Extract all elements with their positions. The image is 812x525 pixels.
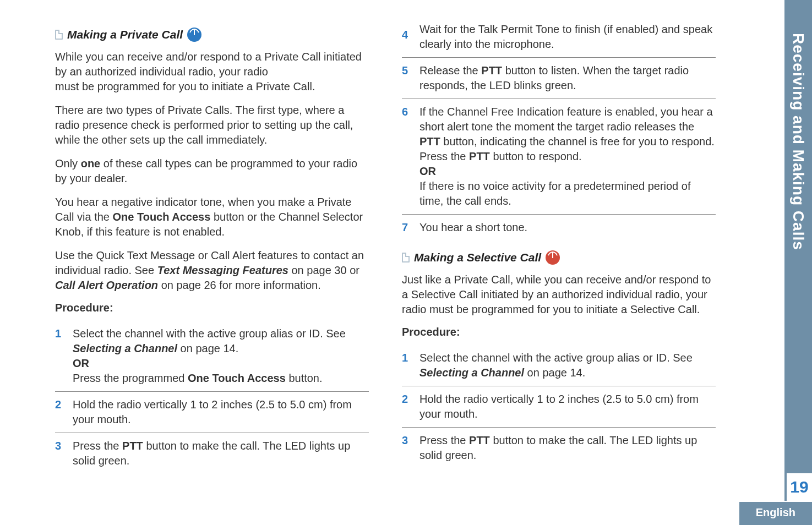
procedure-steps-selective: Select the channel with the active group…: [402, 345, 716, 468]
bold-text: PTT: [122, 440, 143, 452]
link-reference: Call Alert Operation: [55, 279, 158, 291]
text: If there is no voice activity for a pred…: [419, 180, 690, 207]
section-title: Making a Selective Call: [414, 251, 541, 264]
procedure-steps-continued: Wait for the Talk Permit Tone to finish …: [402, 22, 716, 240]
procedure-label: Procedure:: [55, 302, 369, 314]
text: Release the: [419, 64, 481, 76]
step-7: You hear a short tone.: [402, 215, 716, 240]
radio-red-icon: [546, 250, 560, 265]
step-3: Press the PTT button to make the call. T…: [402, 428, 716, 468]
bold-text: PTT: [469, 434, 490, 446]
text: Select the channel with the active group…: [419, 352, 693, 364]
text: If the Channel Free Indication feature i…: [419, 106, 713, 133]
section-title: Making a Private Call: [67, 28, 183, 41]
bold-text: PTT: [481, 64, 502, 76]
text: Press the: [73, 440, 122, 452]
link-reference: Text Messaging Features: [157, 264, 288, 276]
paragraph: You hear a negative indicator tone, when…: [55, 195, 369, 239]
bold-text: PTT: [469, 150, 490, 162]
text: button to respond.: [490, 150, 582, 162]
step-4: Wait for the Talk Permit Tone to finish …: [402, 22, 716, 58]
right-column: Wait for the Talk Permit Tone to finish …: [402, 22, 716, 474]
procedure-steps: Select the channel with the active group…: [55, 321, 369, 474]
side-tab-label: Receiving and Making Calls: [789, 33, 807, 473]
paragraph: Use the Quick Text Message or Call Alert…: [55, 248, 369, 293]
text: Press the: [419, 434, 469, 446]
text: on page 14.: [177, 342, 238, 354]
link-reference: Selecting a Channel: [73, 342, 177, 354]
text: on page 30 or: [288, 264, 359, 276]
or-label: OR: [419, 165, 436, 177]
bold-text: one: [81, 157, 101, 169]
page-number: 19: [784, 473, 812, 501]
or-label: OR: [73, 357, 89, 369]
step-2: Hold the radio vertically 1 to 2 inches …: [402, 386, 716, 428]
text: While you can receive and/or respond to …: [55, 51, 362, 78]
section-heading-private-call: Making a Private Call: [55, 28, 369, 42]
step-1: Select the channel with the active group…: [402, 345, 716, 386]
step-3: Press the PTT button to make the call. T…: [55, 433, 369, 474]
step-6: If the Channel Free Indication feature i…: [402, 99, 716, 215]
bold-text: One Touch Access: [188, 372, 286, 384]
step-1: Select the channel with the active group…: [55, 321, 369, 392]
paragraph: Only one of these call types can be prog…: [55, 156, 369, 186]
section-heading-selective-call: Making a Selective Call: [402, 250, 716, 265]
procedure-label: Procedure:: [402, 326, 716, 338]
text: Select the channel with the active group…: [73, 327, 346, 340]
text: on page 26 for more information.: [158, 279, 321, 291]
side-tab: Receiving and Making Calls: [784, 0, 812, 473]
left-column: Making a Private Call While you can rece…: [55, 22, 369, 474]
bold-text: PTT: [419, 135, 440, 147]
document-icon: [402, 253, 410, 262]
step-2: Hold the radio vertically 1 to 2 inches …: [55, 392, 369, 433]
text: of these call types can be programmed to…: [55, 157, 357, 184]
page-content: Making a Private Call While you can rece…: [0, 0, 812, 485]
text: must be programmed for you to initiate a…: [55, 80, 315, 92]
paragraph: There are two types of Private Calls. Th…: [55, 103, 369, 147]
footer-language: English: [739, 502, 812, 525]
text: button.: [286, 372, 323, 384]
bold-text: One Touch Access: [113, 211, 211, 223]
text: on page 14.: [524, 367, 585, 379]
paragraph: While you can receive and/or respond to …: [55, 50, 369, 94]
document-icon: [55, 30, 63, 40]
paragraph: Just like a Private Call, while you can …: [402, 272, 716, 317]
link-reference: Selecting a Channel: [419, 367, 524, 379]
text: Press the programmed: [73, 372, 188, 384]
radio-blue-icon: [187, 28, 201, 42]
text: Only: [55, 157, 81, 169]
step-5: Release the PTT button to listen. When t…: [402, 58, 716, 99]
